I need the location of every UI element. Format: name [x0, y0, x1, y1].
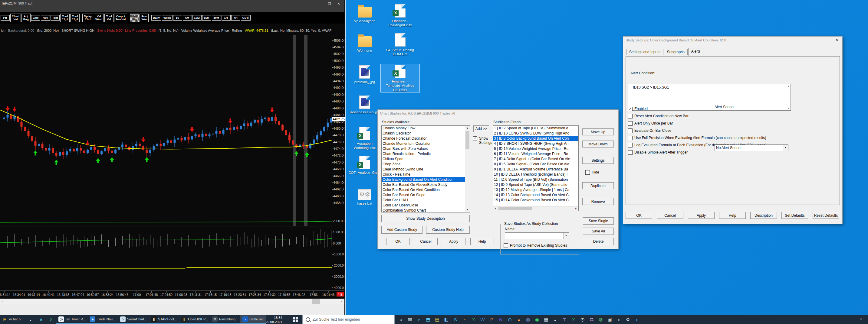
- scales-app-icon[interactable]: ⚖: [587, 315, 596, 324]
- desktop-icon-gc-setup-trading-dom[interactable]: GC Setup Trading DOM.Cht: [381, 33, 420, 57]
- skype-icon[interactable]: S: [451, 315, 460, 324]
- move-up-button[interactable]: Move Up: [582, 129, 614, 135]
- list-item[interactable]: Chande Forecast Oscillator: [382, 136, 465, 141]
- scrollbar-thumb[interactable]: [465, 131, 469, 149]
- taskbar-search-input[interactable]: Zur Suche Text hier eingeben: [302, 315, 395, 324]
- taskbar-app-trade-navigator[interactable]: ▲Trade Navi...: [88, 315, 118, 324]
- list-item[interactable]: 12 | ID:9 Speed of Tape (ASK Vol) (Summa…: [493, 182, 579, 187]
- custom-study-help-button[interactable]: Custom Study Help: [426, 226, 470, 233]
- ok-button[interactable]: OK: [386, 238, 410, 245]
- list-item[interactable]: Color Bar Based On Alert Condition: [382, 187, 465, 192]
- cortana-icon[interactable]: ○: [397, 315, 406, 324]
- taskbar-app-einstellungen[interactable]: ⚙Einstellung...: [210, 315, 240, 324]
- firefox-icon[interactable]: ◔: [460, 315, 469, 324]
- clock-app-icon[interactable]: ◷: [578, 315, 587, 324]
- taskbar-app-battlenet[interactable]: ◗Battle.net: [240, 315, 266, 324]
- chart-plot-area[interactable]: [0, 0, 344, 315]
- studies-available-list[interactable]: Chaikin Money FlowChaikin OscillatorChan…: [381, 125, 470, 213]
- apply-button[interactable]: Apply: [442, 238, 465, 245]
- description-button[interactable]: Description: [750, 212, 777, 219]
- list-item[interactable]: 10 | ID:3 DELTA Threshold (Bollinger Ban…: [493, 172, 579, 177]
- checkbox-box[interactable]: ✓: [628, 107, 632, 111]
- studies-to-graph-list[interactable]: 1 | ID:2 Speed of Tape (DELTA) (Summatio…: [493, 125, 579, 211]
- list-item[interactable]: Color Bar Based On Slope: [382, 192, 465, 198]
- gimp-icon[interactable]: ◖: [614, 315, 623, 324]
- list-item[interactable]: Color Bar Open/Close: [382, 203, 465, 208]
- list-item[interactable]: Chop Zone: [382, 162, 465, 167]
- checkbox-box[interactable]: [628, 114, 632, 118]
- help-button[interactable]: Help: [470, 238, 494, 245]
- edge-tray-icon[interactable]: e: [415, 315, 424, 324]
- calculator-icon[interactable]: ▦: [542, 315, 551, 324]
- checkbox-alert-only-once-per-bar[interactable]: Alert Only Once per Bar: [628, 121, 834, 126]
- prompt-remove-checkbox-box[interactable]: [504, 243, 508, 248]
- powerpoint-icon[interactable]: P: [487, 315, 496, 324]
- list-item[interactable]: 8 | ID:5 Delta Signal - (Color Bar Based…: [493, 162, 579, 167]
- remove-button[interactable]: Remove: [582, 198, 614, 205]
- save-single-button[interactable]: Save Single: [583, 217, 614, 224]
- list-item[interactable]: 11 | ID:6 Speed of Tape (BID Vol) (Summa…: [493, 177, 579, 182]
- add-custom-study-button[interactable]: Add Custom Study: [381, 226, 423, 233]
- show-study-description-button[interactable]: Show Study Description: [381, 215, 470, 222]
- add-study-button[interactable]: Add >>: [473, 125, 489, 132]
- steam-tray-icon[interactable]: ◒: [551, 315, 560, 324]
- onenote-icon[interactable]: N: [496, 315, 505, 324]
- hide-checkbox-box[interactable]: [585, 170, 590, 175]
- horizontal-scrollbar[interactable]: ◄►: [493, 206, 578, 211]
- scroll-right-icon[interactable]: ►: [574, 207, 578, 211]
- tab-subgraphs[interactable]: Subgraphs: [664, 49, 688, 55]
- taskbar-app-set-timer[interactable]: ◷Set Timer R...: [56, 315, 88, 324]
- list-item[interactable]: 2 | ID:10 LONG SWING LOW (Swing High And: [493, 131, 579, 136]
- store-icon[interactable]: ⬒: [424, 315, 433, 324]
- checkbox-box[interactable]: [628, 136, 632, 140]
- settings-dialog-titlebar[interactable]: Study Settings: Color Background Based O…: [623, 37, 842, 44]
- scrollbar-thumb[interactable]: [312, 299, 320, 304]
- taskbar-app-sierrachart[interactable]: SSierraChart...: [118, 315, 149, 324]
- list-item[interactable]: Combination Symbol Chart: [382, 208, 465, 213]
- excel-pin-icon[interactable]: X: [46, 315, 56, 324]
- list-item[interactable]: 15 | ID:14 Color Background Based On Ale…: [493, 198, 579, 203]
- chevron-down-icon[interactable]: ▼: [783, 145, 788, 151]
- settings-button[interactable]: Settings: [582, 157, 614, 164]
- start-button[interactable]: [289, 315, 302, 324]
- cancel-button[interactable]: Cancel: [657, 212, 683, 219]
- list-item[interactable]: Color Bar Based On Above/Below Study: [382, 182, 465, 187]
- excel2-icon[interactable]: X: [569, 315, 578, 324]
- save-all-button[interactable]: Save All: [583, 227, 614, 235]
- list-item[interactable]: Color Background Based On Alert Conditio…: [382, 177, 465, 182]
- list-item[interactable]: 7 | ID:4 Delta Signal + (Color Bar Based…: [493, 156, 579, 162]
- list-item[interactable]: 3 | ID:8 Color Background Based On Alert…: [493, 136, 579, 141]
- globe-app-icon[interactable]: ◍: [596, 315, 605, 324]
- list-item[interactable]: Chikou Span: [382, 156, 465, 162]
- mail-icon[interactable]: ✉: [406, 315, 415, 324]
- checkbox-box[interactable]: [628, 150, 632, 155]
- scroll-left-icon[interactable]: ‹: [0, 299, 5, 304]
- spotify-icon[interactable]: ◉: [533, 315, 542, 324]
- scroll-right-icon[interactable]: ›: [339, 299, 344, 304]
- list-item[interactable]: 13 | ID:12 Moving Average - Simple | 1 m…: [493, 187, 579, 192]
- terminal-icon[interactable]: ▣: [605, 315, 614, 324]
- list-item[interactable]: Color Bar HH/LL: [382, 198, 465, 203]
- taskbar-clock[interactable]: 18:54 29.08.2021: [266, 315, 285, 324]
- list-item[interactable]: 9 | ID:1 DELTA (Ask/Bid Volume Differenc…: [493, 167, 579, 172]
- checkbox-box[interactable]: [628, 143, 632, 147]
- word-icon[interactable]: W: [478, 315, 487, 324]
- checkbox-box[interactable]: [628, 129, 632, 133]
- list-item[interactable]: Chaikin Money Flow: [382, 126, 465, 131]
- scroll-up-icon[interactable]: ▲: [787, 85, 790, 88]
- list-item[interactable]: Chart Bars with Zero Values: [382, 146, 465, 151]
- list-item[interactable]: Chande Momentum Oscillator: [382, 141, 465, 146]
- cancel-button[interactable]: Cancel: [414, 238, 438, 245]
- list-item[interactable]: Chaikin Oscillator: [382, 131, 465, 136]
- desktop-icon-vp-analaysen[interactable]: Vp Analaysen: [345, 4, 384, 23]
- tab-alerts[interactable]: Alerts: [688, 48, 704, 56]
- edge-icon[interactable]: e: [36, 315, 46, 324]
- outlook-icon[interactable]: O: [505, 315, 515, 324]
- vlc-icon[interactable]: ▲: [515, 315, 524, 324]
- chart-horizontal-scrollbar[interactable]: ‹ ›: [0, 299, 344, 304]
- taskbar-app-start-cot[interactable]: ▮START-cot...: [149, 315, 179, 324]
- duplicate-button[interactable]: Duplicate: [582, 182, 614, 189]
- studies-dialog-titlebar[interactable]: Chart Studies for: F.US.EPu21[M] 900 Tra…: [378, 110, 618, 117]
- apply-button[interactable]: Apply: [688, 212, 715, 219]
- delete-button[interactable]: Delete: [583, 238, 614, 245]
